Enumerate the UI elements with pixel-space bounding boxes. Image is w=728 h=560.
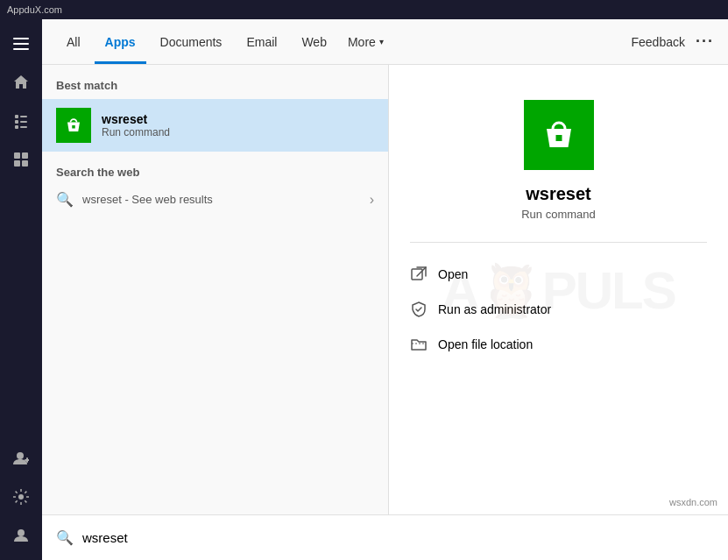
- search-icon: 🔍: [56, 191, 74, 208]
- detail-divider: [410, 242, 707, 243]
- svg-rect-22: [412, 269, 422, 280]
- detail-panel: wsreset Run command Open: [388, 65, 728, 514]
- bottom-brand: wsxdn.com: [669, 497, 717, 507]
- sidebar: [0, 19, 42, 560]
- results-panel: Best match wsreset Run co: [42, 65, 388, 514]
- content-area: All Apps Documents Email Web More ▾ Feed…: [42, 19, 728, 560]
- search-bar-icon: 🔍: [56, 529, 74, 546]
- svg-rect-19: [72, 125, 75, 129]
- detail-app-subtitle: Run command: [410, 208, 707, 221]
- sidebar-settings-icon[interactable]: [4, 479, 39, 514]
- detail-wsreset-icon: [534, 110, 583, 159]
- app-icon-box: [56, 108, 91, 143]
- web-result-text: wsreset - See web results: [82, 193, 361, 206]
- sidebar-menu-icon[interactable]: [4, 26, 39, 61]
- app-name: wsreset: [102, 112, 374, 126]
- search-web-label: Search the web: [42, 155, 388, 184]
- svg-rect-10: [22, 152, 28, 159]
- main-container: All Apps Documents Email Web More ▾ Feed…: [0, 19, 728, 560]
- wsreset-app-icon: [61, 113, 86, 138]
- svg-rect-9: [14, 152, 20, 159]
- chevron-down-icon: ▾: [379, 37, 384, 46]
- sidebar-bottom: [4, 441, 39, 560]
- svg-rect-0: [13, 38, 29, 39]
- svg-point-13: [17, 452, 24, 459]
- svg-rect-5: [15, 120, 18, 124]
- top-bar-text: AppduX.com: [7, 4, 62, 15]
- folder-icon: [410, 336, 428, 353]
- tabs-bar: All Apps Documents Email Web More ▾ Feed…: [42, 19, 728, 65]
- best-match-item[interactable]: wsreset Run command: [42, 99, 388, 152]
- action-run-as-admin-label: Run as administrator: [438, 302, 551, 316]
- detail-app-icon: [524, 100, 594, 170]
- sidebar-grid-icon[interactable]: [4, 142, 39, 177]
- app-info: wsreset Run command: [102, 112, 374, 138]
- action-open-file-location[interactable]: Open file location: [410, 327, 707, 362]
- detail-app-name: wsreset: [410, 184, 707, 204]
- tab-email[interactable]: Email: [236, 19, 287, 64]
- search-bar: 🔍: [42, 514, 728, 560]
- tab-all[interactable]: All: [56, 19, 91, 64]
- best-match-label: Best match: [42, 75, 388, 99]
- svg-rect-7: [15, 125, 18, 129]
- action-run-as-admin[interactable]: Run as administrator: [410, 292, 707, 327]
- svg-rect-11: [14, 160, 20, 167]
- action-open[interactable]: Open: [410, 257, 707, 292]
- svg-rect-4: [20, 116, 27, 117]
- more-options-button[interactable]: ···: [696, 32, 714, 51]
- shield-icon: [410, 301, 428, 318]
- svg-rect-12: [22, 160, 28, 167]
- chevron-right-icon: ›: [370, 192, 374, 208]
- tab-more[interactable]: More ▾: [341, 28, 391, 56]
- tab-apps[interactable]: Apps: [95, 19, 146, 64]
- sidebar-add-user-icon[interactable]: [4, 441, 39, 476]
- feedback-button[interactable]: Feedback: [632, 35, 685, 49]
- top-bar: AppduX.com: [0, 0, 728, 19]
- svg-rect-1: [13, 43, 29, 45]
- svg-rect-8: [20, 126, 27, 128]
- search-input[interactable]: [82, 530, 714, 545]
- open-icon: [410, 266, 428, 283]
- svg-rect-3: [15, 115, 18, 118]
- app-subtitle: Run command: [102, 126, 374, 138]
- sidebar-list-icon[interactable]: [4, 103, 39, 138]
- svg-point-17: [18, 529, 25, 536]
- tab-documents[interactable]: Documents: [150, 19, 233, 64]
- tabs-right: Feedback ···: [632, 32, 715, 51]
- action-open-file-location-label: Open file location: [438, 337, 533, 351]
- sidebar-home-icon[interactable]: [4, 65, 39, 100]
- web-result-item[interactable]: 🔍 wsreset - See web results ›: [42, 184, 388, 215]
- svg-rect-6: [20, 121, 27, 123]
- svg-point-16: [18, 494, 24, 500]
- action-open-label: Open: [438, 267, 468, 281]
- tab-web[interactable]: Web: [291, 19, 337, 64]
- sidebar-user-icon[interactable]: [4, 518, 39, 553]
- svg-rect-2: [13, 48, 29, 50]
- search-area: Best match wsreset Run co: [42, 65, 728, 514]
- svg-rect-15: [26, 457, 28, 463]
- svg-rect-21: [555, 135, 562, 141]
